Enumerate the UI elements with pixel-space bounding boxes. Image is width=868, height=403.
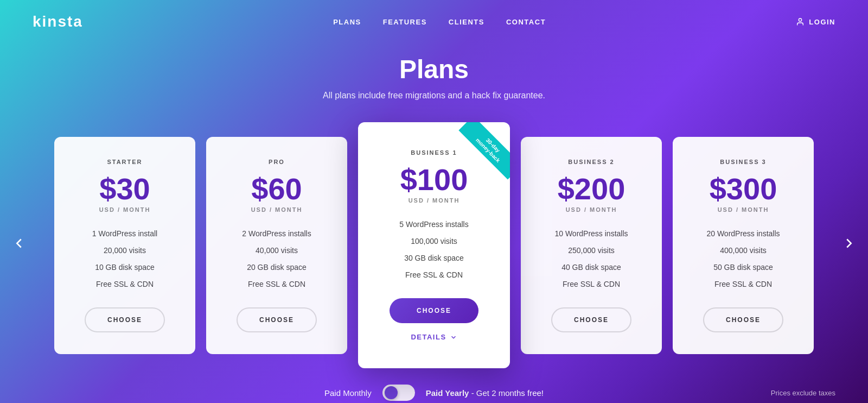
plan-card-business1: 30-daymoney-back BUSINESS 1 $100 USD / M… (358, 122, 510, 368)
plan-features-pro: 2 WordPress installs 40,000 visits 20 GB… (222, 228, 331, 290)
chevron-right-icon (841, 235, 857, 251)
feature: 20,000 visits (71, 245, 179, 256)
plan-card-pro: PRO $60 USD / MONTH 2 WordPress installs… (206, 137, 347, 354)
nav-features[interactable]: FEATURES (383, 18, 427, 26)
page-subtitle: All plans include free migrations and a … (0, 91, 868, 100)
feature: Free SSL & CDN (374, 269, 494, 281)
toggle-thumb (385, 386, 398, 399)
next-arrow[interactable] (835, 230, 863, 261)
plan-period-business3: USD / MONTH (689, 206, 797, 213)
ribbon-text: 30-daymoney-back (458, 122, 510, 180)
plan-features-business3: 20 WordPress installs 400,000 visits 50 … (689, 228, 797, 290)
prev-arrow[interactable] (5, 230, 33, 261)
page-title: Plans (0, 54, 868, 84)
plans-row: STARTER $30 USD / MONTH 1 WordPress inst… (11, 122, 857, 368)
plan-name-pro: PRO (222, 159, 331, 165)
nav-contact[interactable]: CONTACT (506, 18, 546, 26)
plan-period-business1: USD / MONTH (374, 197, 494, 204)
plan-features-business1: 5 WordPress installs 100,000 visits 30 G… (374, 219, 494, 281)
feature: 10 WordPress installs (537, 228, 646, 240)
plan-name-business3: BUSINESS 3 (689, 159, 797, 165)
monthly-label: Paid Monthly (324, 388, 372, 398)
nav-clients[interactable]: CLIENTS (449, 18, 484, 26)
plan-period-pro: USD / MONTH (222, 206, 331, 213)
feature: 5 WordPress installs (374, 219, 494, 230)
feature: 400,000 visits (689, 245, 797, 256)
chevron-left-icon (11, 235, 27, 251)
details-label: DETAILS (411, 333, 446, 341)
yearly-label: Paid Yearly - Get 2 months free! (426, 388, 544, 398)
feature: 50 GB disk space (689, 262, 797, 273)
feature: 10 GB disk space (71, 262, 179, 273)
billing-toggle-bar: Paid Monthly Paid Yearly - Get 2 months … (0, 385, 868, 401)
feature: 250,000 visits (537, 245, 646, 256)
feature: 40,000 visits (222, 245, 331, 256)
user-icon (796, 17, 805, 26)
feature: 40 GB disk space (537, 262, 646, 273)
choose-button-starter[interactable]: CHOOSE (85, 307, 165, 332)
brand-logo[interactable]: kinsta (33, 13, 83, 30)
login-button[interactable]: LOGIN (796, 17, 835, 26)
choose-button-pro[interactable]: CHOOSE (237, 307, 317, 332)
chevron-down-icon (450, 333, 457, 341)
plan-price-pro: $60 (222, 174, 331, 204)
feature: 30 GB disk space (374, 253, 494, 264)
feature: 20 WordPress installs (689, 228, 797, 240)
plan-price-business3: $300 (689, 174, 797, 204)
ribbon: 30-daymoney-back (445, 122, 510, 187)
plan-card-starter: STARTER $30 USD / MONTH 1 WordPress inst… (54, 137, 195, 354)
plan-features-starter: 1 WordPress install 20,000 visits 10 GB … (71, 228, 179, 290)
plan-features-business2: 10 WordPress installs 250,000 visits 40 … (537, 228, 646, 290)
plan-period-business2: USD / MONTH (537, 206, 646, 213)
choose-button-business1[interactable]: CHOOSE (390, 298, 478, 323)
choose-button-business2[interactable]: CHOOSE (551, 307, 631, 332)
taxes-note: Prices exclude taxes (771, 389, 835, 397)
plan-price-business2: $200 (537, 174, 646, 204)
yearly-promo: - Get 2 months free! (471, 388, 544, 398)
billing-toggle[interactable] (382, 385, 415, 401)
feature: 1 WordPress install (71, 228, 179, 240)
yearly-label-text: Paid Yearly (426, 388, 469, 398)
plan-price-starter: $30 (71, 174, 179, 204)
plan-period-starter: USD / MONTH (71, 206, 179, 213)
feature: Free SSL & CDN (222, 279, 331, 290)
plan-card-business2: BUSINESS 2 $200 USD / MONTH 10 WordPress… (521, 137, 662, 354)
feature: Free SSL & CDN (71, 279, 179, 290)
navbar: kinsta PLANS FEATURES CLIENTS CONTACT LO… (0, 0, 868, 43)
page-header: Plans All plans include free migrations … (0, 43, 868, 122)
nav-links: PLANS FEATURES CLIENTS CONTACT (333, 17, 546, 27)
feature: Free SSL & CDN (689, 279, 797, 290)
plans-section: STARTER $30 USD / MONTH 1 WordPress inst… (0, 122, 868, 368)
plan-card-business3: BUSINESS 3 $300 USD / MONTH 20 WordPress… (673, 137, 814, 354)
feature: 2 WordPress installs (222, 228, 331, 240)
choose-button-business3[interactable]: CHOOSE (703, 307, 783, 332)
nav-plans[interactable]: PLANS (333, 18, 361, 26)
feature: Free SSL & CDN (537, 279, 646, 290)
feature: 20 GB disk space (222, 262, 331, 273)
plan-name-starter: STARTER (71, 159, 179, 165)
details-link[interactable]: DETAILS (374, 333, 494, 341)
plan-name-business2: BUSINESS 2 (537, 159, 646, 165)
feature: 100,000 visits (374, 236, 494, 247)
